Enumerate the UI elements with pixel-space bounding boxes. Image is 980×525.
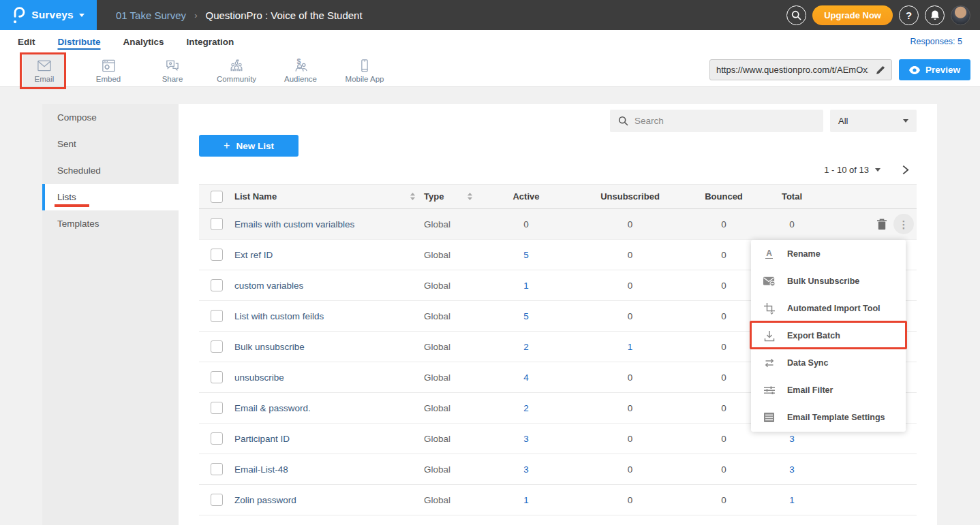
- sidebar-item-compose[interactable]: Compose: [42, 104, 179, 131]
- share-icon: [164, 57, 181, 74]
- toolbar-item-embed[interactable]: Embed: [87, 53, 130, 86]
- menu-item-label: Automated Import Tool: [787, 304, 881, 313]
- row-checkbox[interactable]: [211, 218, 223, 230]
- bell-icon: [930, 10, 940, 20]
- pencil-icon: [876, 65, 885, 75]
- menu-item-bulk-unsubscribe[interactable]: Bulk Unsubscribe: [751, 268, 906, 295]
- unsubscribed-count: 0: [570, 311, 690, 321]
- row-checkbox[interactable]: [211, 279, 223, 291]
- email-sidebar: ComposeSentScheduledListsTemplates: [42, 104, 179, 525]
- list-type: Global: [424, 434, 482, 444]
- unsubscribed-count: 0: [570, 372, 690, 383]
- list-type: Global: [424, 219, 482, 229]
- email-template-icon: [763, 412, 776, 423]
- menu-item-automated-import-tool[interactable]: Automated Import Tool: [751, 295, 906, 322]
- user-avatar[interactable]: [951, 5, 970, 25]
- topbar-actions: Upgrade Now ?: [786, 0, 980, 30]
- tab-integration[interactable]: Integration: [187, 37, 234, 47]
- active-count: 0: [482, 219, 570, 229]
- active-count: 5: [482, 311, 570, 321]
- list-name-link[interactable]: List with custom feilds: [234, 311, 324, 321]
- preview-label: Preview: [925, 65, 960, 75]
- menu-item-data-sync[interactable]: Data Sync: [751, 349, 906, 377]
- toolbar-item-share[interactable]: Share: [151, 53, 194, 86]
- help-button[interactable]: ?: [899, 5, 919, 25]
- row-checkbox[interactable]: [211, 402, 223, 414]
- toolbar-item-email[interactable]: Email: [22, 53, 66, 86]
- email-filter-icon: [763, 385, 776, 396]
- bounced-count: 0: [690, 311, 758, 321]
- list-name-link[interactable]: custom variables: [234, 281, 303, 291]
- total-count: 1: [758, 495, 826, 505]
- list-type: Global: [424, 342, 482, 352]
- menu-item-rename[interactable]: ARename: [751, 240, 906, 268]
- list-name-link[interactable]: Bulk unsubscribe: [234, 342, 305, 352]
- list-name-link[interactable]: Ext ref ID: [234, 250, 273, 260]
- pagination-range-dropdown[interactable]: 1 - 10 of 13: [824, 165, 881, 175]
- list-name-link[interactable]: Participant ID: [234, 434, 290, 444]
- sort-icon[interactable]: [410, 192, 416, 201]
- unsubscribed-count: 0: [570, 464, 690, 475]
- sidebar-item-lists[interactable]: Lists: [42, 184, 179, 210]
- list-name-link[interactable]: Email & password.: [234, 403, 311, 413]
- bounced-count: 0: [690, 464, 758, 475]
- menu-item-email-template-settings[interactable]: Email Template Settings: [751, 404, 906, 431]
- product-switcher[interactable]: Surveys: [0, 0, 97, 30]
- trash-icon[interactable]: [876, 218, 887, 230]
- list-filter-dropdown[interactable]: All: [830, 110, 917, 132]
- active-count: 3: [482, 464, 570, 475]
- list-type: Global: [424, 464, 482, 475]
- notifications-button[interactable]: [925, 5, 945, 25]
- list-name-link[interactable]: Email-List-48: [234, 464, 288, 475]
- tab-distribute[interactable]: Distribute: [58, 37, 101, 47]
- total-count: 3: [758, 464, 826, 475]
- menu-item-email-filter[interactable]: Email Filter: [751, 377, 906, 404]
- edit-url-button[interactable]: [870, 60, 891, 80]
- sidebar-item-templates[interactable]: Templates: [42, 210, 179, 237]
- new-list-button[interactable]: + New List: [199, 135, 298, 157]
- list-type: Global: [424, 311, 482, 321]
- nav-tabs: EditDistributeAnalyticsIntegrationRespon…: [0, 30, 980, 53]
- list-name-link[interactable]: Zolin password: [234, 495, 296, 505]
- list-actions-menu: ARenameBulk UnsubscribeAutomated Import …: [751, 240, 906, 432]
- unsubscribed-count: 0: [570, 281, 690, 291]
- bounced-count: 0: [690, 219, 758, 229]
- sidebar-item-sent[interactable]: Sent: [42, 131, 179, 157]
- row-checkbox[interactable]: [211, 432, 223, 445]
- pagination-range: 1 - 10 of 13: [824, 165, 869, 175]
- list-search-input[interactable]: [634, 116, 815, 126]
- next-page-button[interactable]: [901, 165, 910, 175]
- list-type: Global: [424, 495, 482, 505]
- bounced-count: 0: [690, 281, 758, 291]
- search-button[interactable]: [786, 5, 806, 25]
- kebab-menu-icon: ⋮: [899, 219, 909, 229]
- tab-analytics[interactable]: Analytics: [123, 37, 164, 47]
- upgrade-now-button[interactable]: Upgrade Now: [812, 5, 893, 25]
- toolbar-item-label: Community: [217, 75, 256, 83]
- toolbar-item-community[interactable]: Community: [215, 53, 258, 86]
- sort-icon[interactable]: [467, 192, 473, 201]
- survey-url-input[interactable]: [710, 65, 870, 75]
- sidebar-item-scheduled[interactable]: Scheduled: [42, 157, 179, 184]
- row-checkbox[interactable]: [211, 463, 223, 475]
- row-checkbox[interactable]: [211, 310, 223, 322]
- toolbar-item-audience[interactable]: $Audience: [279, 53, 322, 86]
- row-checkbox[interactable]: [211, 249, 223, 261]
- toolbar-item-mobile-app[interactable]: Mobile App: [343, 53, 386, 86]
- column-active: Active: [482, 191, 570, 202]
- list-name-link[interactable]: unsubscribe: [234, 372, 284, 383]
- select-all-checkbox[interactable]: [211, 191, 223, 203]
- responses-count[interactable]: Responses: 5: [910, 37, 962, 46]
- tab-edit[interactable]: Edit: [18, 37, 35, 47]
- row-checkbox[interactable]: [211, 371, 223, 383]
- row-checkbox[interactable]: [211, 494, 223, 506]
- top-navigation-bar: Surveys 01 Take Survey › QuestionPro : V…: [0, 0, 980, 30]
- row-menu-button[interactable]: ⋮: [893, 214, 914, 234]
- preview-button[interactable]: Preview: [899, 59, 970, 80]
- community-icon: [228, 57, 245, 74]
- row-checkbox[interactable]: [211, 340, 223, 353]
- list-type: Global: [424, 372, 482, 383]
- list-name-link[interactable]: Emails with custom varialbles: [234, 219, 354, 229]
- breadcrumb-survey-link[interactable]: 01 Take Survey: [116, 10, 186, 21]
- menu-item-export-batch[interactable]: Export Batch: [751, 322, 906, 349]
